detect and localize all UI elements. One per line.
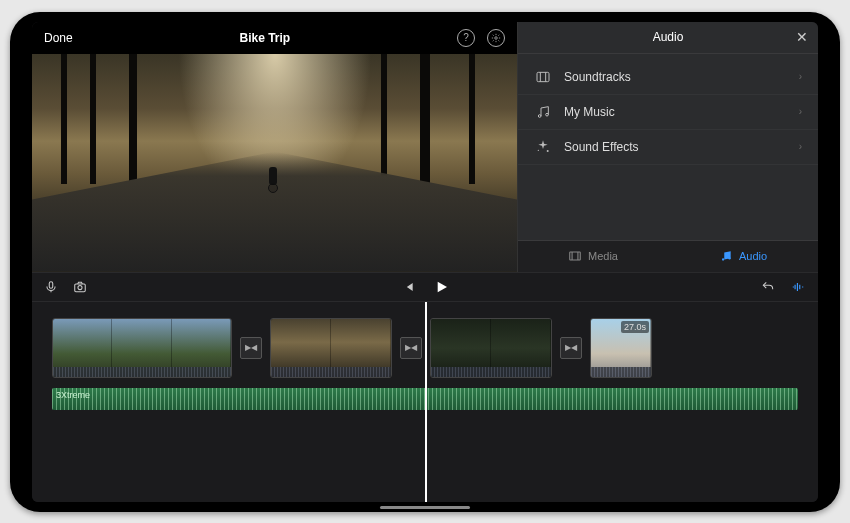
tab-media[interactable]: Media (518, 241, 668, 272)
undo-icon[interactable] (760, 280, 776, 294)
chevron-right-icon: › (799, 71, 802, 82)
play-icon[interactable] (433, 279, 449, 295)
audio-panel-header: Audio ✕ (518, 22, 818, 54)
music-note-icon (534, 103, 552, 121)
svg-rect-9 (49, 281, 53, 287)
app-screen: Done Bike Trip ? (32, 22, 818, 502)
svg-point-8 (728, 257, 730, 259)
audio-panel-title: Audio (653, 30, 684, 44)
video-clip[interactable]: 27.0s (590, 318, 652, 378)
panel-tabs: Media Audio (518, 240, 818, 272)
svg-rect-6 (570, 252, 581, 260)
timeline[interactable]: ▶◀ ▶◀ ▶◀ 27.0s 3Xtreme (32, 302, 818, 502)
help-icon[interactable]: ? (457, 29, 475, 47)
sparkle-icon (534, 138, 552, 156)
audio-panel: Audio ✕ Soundtracks › (518, 22, 818, 272)
tab-label: Audio (739, 250, 767, 262)
svg-point-0 (495, 36, 498, 39)
audio-item-soundtracks[interactable]: Soundtracks › (518, 60, 818, 95)
top-section: Done Bike Trip ? (32, 22, 818, 272)
close-icon[interactable]: ✕ (796, 29, 808, 45)
svg-point-3 (546, 113, 549, 116)
audio-clip-label: 3Xtreme (56, 390, 90, 400)
video-clip[interactable] (430, 318, 552, 378)
microphone-icon[interactable] (44, 280, 58, 294)
transition-icon[interactable]: ▶◀ (400, 337, 422, 359)
preview-pane: Done Bike Trip ? (32, 22, 518, 272)
tab-audio[interactable]: Audio (668, 241, 818, 272)
audio-item-soundeffects[interactable]: Sound Effects › (518, 130, 818, 165)
waveform-icon[interactable] (790, 280, 806, 294)
chevron-right-icon: › (799, 141, 802, 152)
video-preview[interactable] (32, 54, 517, 272)
clip-duration: 27.0s (621, 321, 649, 333)
audio-item-label: Soundtracks (564, 70, 631, 84)
tablet-frame: Done Bike Trip ? (10, 12, 840, 512)
project-title: Bike Trip (73, 31, 457, 45)
svg-rect-1 (537, 72, 549, 81)
svg-point-2 (538, 114, 541, 117)
preview-header: Done Bike Trip ? (32, 22, 517, 54)
soundtracks-icon (534, 68, 552, 86)
playhead[interactable] (425, 302, 427, 502)
settings-icon[interactable] (487, 29, 505, 47)
playback-controls (32, 272, 818, 302)
skip-back-icon[interactable] (401, 280, 415, 294)
svg-point-7 (722, 258, 724, 260)
audio-tab-icon (719, 249, 733, 263)
video-clip[interactable] (270, 318, 392, 378)
svg-point-11 (78, 285, 82, 289)
transition-icon[interactable]: ▶◀ (560, 337, 582, 359)
svg-point-4 (547, 150, 549, 152)
media-icon (568, 249, 582, 263)
audio-category-list: Soundtracks › My Music › S (518, 54, 818, 240)
audio-item-label: My Music (564, 105, 615, 119)
transition-icon[interactable]: ▶◀ (240, 337, 262, 359)
video-clip[interactable] (52, 318, 232, 378)
camera-icon[interactable] (72, 280, 88, 294)
tab-label: Media (588, 250, 618, 262)
audio-item-label: Sound Effects (564, 140, 639, 154)
done-button[interactable]: Done (44, 31, 73, 45)
audio-item-mymusic[interactable]: My Music › (518, 95, 818, 130)
chevron-right-icon: › (799, 106, 802, 117)
svg-point-5 (538, 149, 539, 150)
